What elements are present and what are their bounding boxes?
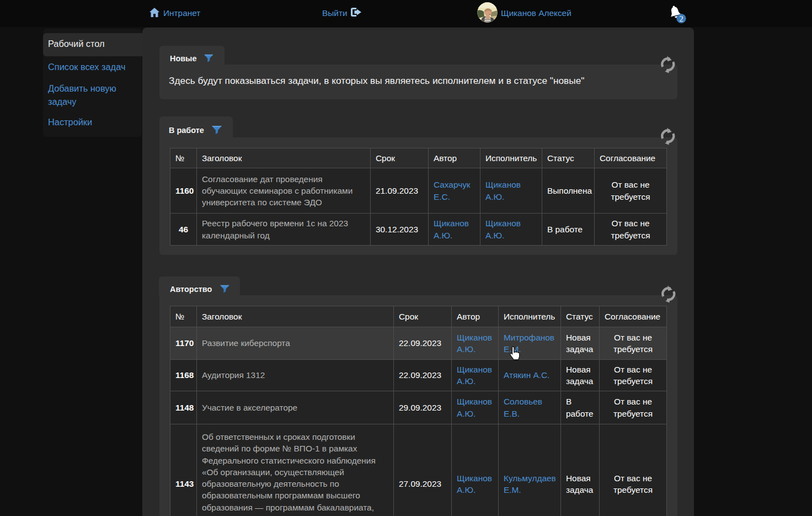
- svg-text:2: 2: [679, 14, 683, 23]
